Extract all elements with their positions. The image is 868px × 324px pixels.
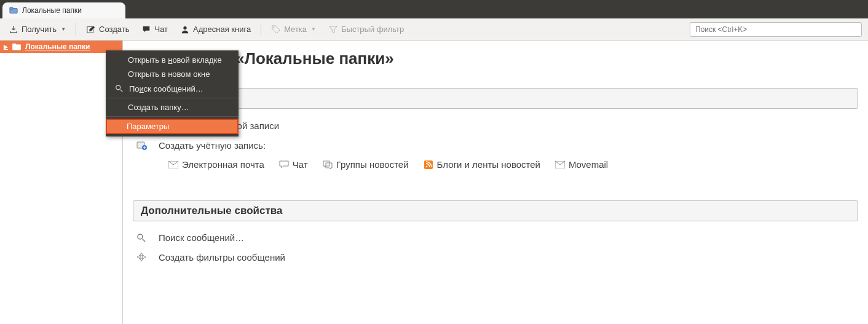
- chat-icon: [279, 160, 289, 170]
- chevron-down-icon: ▼: [311, 26, 316, 32]
- twisty-icon: ▶: [4, 44, 8, 50]
- accounts-section-header: и: [133, 88, 858, 109]
- tag-icon: [271, 25, 281, 34]
- sidebar-item-label: Локальные папки: [25, 42, 90, 51]
- addressbook-label: Адресная книга: [193, 25, 251, 34]
- separator: [106, 98, 239, 98]
- ctx-label: Поиск сообщений…: [129, 84, 203, 93]
- download-icon: [9, 25, 18, 34]
- svg-point-16: [116, 85, 120, 90]
- ctx-open-new-tab[interactable]: Открыть в новой вкладке: [106, 53, 239, 67]
- chat-button[interactable]: Чат: [136, 22, 173, 37]
- addressbook-button[interactable]: Адресная книга: [175, 22, 256, 37]
- ctx-open-new-window[interactable]: Открыть в новом окне: [106, 67, 239, 81]
- mail-icon: [555, 160, 565, 170]
- tag-button[interactable]: Метка ▼: [266, 22, 321, 37]
- folder-icon: [12, 42, 22, 52]
- create-blogs-link[interactable]: Блоги и ленты новостей: [424, 159, 540, 170]
- ctx-search-messages[interactable]: Поиск сообщений…: [106, 81, 239, 96]
- create-account-label: Создать учётную запись:: [159, 140, 266, 151]
- separator: [106, 116, 239, 117]
- create-account-row: Создать учётную запись:: [133, 140, 858, 151]
- compose-label: Создать: [99, 25, 129, 34]
- rss-icon: [424, 160, 433, 170]
- link-label: Movemail: [569, 159, 608, 170]
- create-filters-label: Создать фильтры сообщений: [159, 252, 285, 263]
- link-label: Электронная почта: [182, 159, 264, 170]
- search-icon: [135, 233, 148, 243]
- chevron-down-icon: ▼: [61, 26, 66, 32]
- sidebar-item-local-folders[interactable]: ▶ Локальные папки: [0, 41, 122, 53]
- account-settings-row[interactable]: метров этой учётной записи: [133, 120, 858, 131]
- person-icon: [180, 25, 190, 34]
- mail-icon: [168, 160, 178, 170]
- svg-rect-6: [12, 44, 16, 45]
- get-mail-label: Получить: [22, 25, 57, 34]
- create-filters-row[interactable]: Создать фильтры сообщений: [133, 251, 858, 263]
- filter-icon: [328, 25, 338, 34]
- advanced-section-header: Дополнительные свойства: [133, 200, 858, 221]
- svg-point-15: [138, 234, 143, 239]
- tag-label: Метка: [284, 25, 307, 34]
- ctx-settings[interactable]: Параметры: [106, 119, 239, 134]
- svg-point-13: [425, 165, 427, 167]
- toolbar: Получить ▼ Создать Чат Адресная книга Ме…: [0, 18, 868, 41]
- search-messages-row[interactable]: Поиск сообщений…: [133, 232, 858, 243]
- chat-icon: [141, 25, 151, 34]
- search-input[interactable]: [690, 22, 862, 37]
- create-chat-link[interactable]: Чат: [279, 159, 308, 170]
- search-box: [690, 22, 862, 37]
- link-label: Блоги и ленты новостей: [437, 159, 540, 170]
- create-account-links: Электронная почта Чат Группы новостей Бл…: [168, 159, 858, 170]
- get-mail-button[interactable]: Получить ▼: [4, 22, 71, 37]
- svg-point-4: [274, 26, 275, 28]
- svg-point-3: [183, 26, 186, 29]
- add-account-icon: [135, 140, 148, 151]
- quickfilter-button[interactable]: Быстрый фильтр: [323, 22, 409, 37]
- tab-local-folders[interactable]: Локальные папки: [2, 2, 125, 18]
- create-email-link[interactable]: Электронная почта: [168, 159, 264, 170]
- svg-rect-1: [10, 7, 13, 10]
- search-icon: [114, 84, 124, 93]
- newsgroup-icon: [323, 160, 333, 170]
- chat-label: Чат: [154, 25, 168, 34]
- folder-icon: [9, 6, 18, 15]
- ctx-create-folder[interactable]: Создать папку…: [106, 100, 239, 114]
- tab-label: Локальные папки: [22, 6, 82, 15]
- create-movemail-link[interactable]: Movemail: [555, 159, 608, 170]
- tab-bar: Локальные папки: [0, 0, 868, 18]
- quickfilter-label: Быстрый фильтр: [341, 25, 404, 34]
- link-label: Чат: [293, 159, 308, 170]
- search-messages-label: Поиск сообщений…: [159, 232, 244, 243]
- page-title: » «Почта» — «Локальные папки»: [133, 49, 858, 68]
- sidebar: ▶ Локальные папки: [0, 41, 123, 324]
- link-label: Группы новостей: [336, 159, 409, 170]
- ctx-label: Параметры: [127, 122, 169, 131]
- separator: [261, 23, 261, 36]
- create-newsgroups-link[interactable]: Группы новостей: [323, 159, 409, 170]
- ctx-label: Создать папку…: [128, 103, 189, 112]
- compose-button[interactable]: Создать: [81, 22, 134, 37]
- context-menu: Открыть в новой вкладке Открыть в новом …: [106, 50, 239, 136]
- filters-icon: [135, 251, 148, 263]
- ctx-label: Открыть в новом окне: [128, 69, 210, 79]
- compose-icon: [86, 25, 96, 34]
- ctx-label: Открыть в новой вкладке: [128, 55, 222, 65]
- separator: [76, 23, 76, 36]
